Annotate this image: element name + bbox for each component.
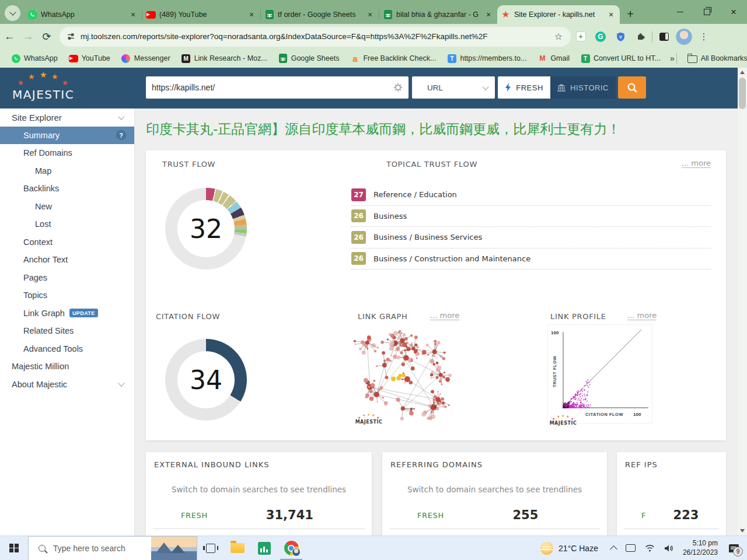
restore-button[interactable] <box>693 0 720 24</box>
help-icon[interactable]: ? <box>116 130 126 140</box>
majestic-logo[interactable]: ★ ★ ★ ★ ★ MAJESTIC <box>8 72 78 102</box>
sidebar-item-link-graph[interactable]: Link GraphUPDATE <box>0 304 134 323</box>
index-type-select[interactable]: URL <box>412 76 495 99</box>
tab-whatsapp[interactable]: WhatsApp × <box>24 5 142 24</box>
search-highlight-image[interactable] <box>151 537 197 560</box>
link-profile-scatter-plot[interactable]: 100 TRUST FLOW CITATION FLOW 100 <box>547 324 652 424</box>
sidebar-item-related-sites[interactable]: Related Sites <box>0 322 134 340</box>
wifi-icon[interactable] <box>645 544 655 552</box>
sidebar-item-map[interactable]: Map <box>0 162 134 180</box>
sidebar-item-new[interactable]: New <box>0 198 134 216</box>
tab-search-button[interactable] <box>5 5 20 21</box>
zenmate-shield-icon[interactable]: V <box>610 27 630 47</box>
close-icon[interactable]: × <box>483 9 494 20</box>
extensions-puzzle-icon[interactable] <box>630 27 650 47</box>
close-icon[interactable]: × <box>128 9 138 20</box>
minimize-button[interactable] <box>666 0 693 24</box>
topical-more-link[interactable]: ... more <box>682 159 711 168</box>
search-submit-button[interactable] <box>618 76 646 99</box>
topical-row[interactable]: 26 Business / Construction and Maintenan… <box>351 249 711 270</box>
historic-index-button[interactable]: HISTORIC <box>550 76 616 99</box>
bookmark-free-backlink[interactable]: aFree Backlink Check... <box>350 54 436 63</box>
sidebar-item-lost[interactable]: Lost <box>0 215 134 233</box>
sidebar-item-ref-domains[interactable]: Ref Domains <box>0 144 134 162</box>
bookmark-gmail[interactable]: MGmail <box>537 54 570 63</box>
bookmark-star-icon[interactable]: ☆ <box>554 31 563 42</box>
bookmark-youtube[interactable]: YouTube <box>69 54 110 63</box>
topical-trust-flow-label: TOPICAL TRUST FLOW <box>386 160 477 169</box>
close-window-button[interactable]: × <box>720 0 747 24</box>
side-panel-icon[interactable] <box>654 27 674 47</box>
display-tray-icon[interactable] <box>626 544 636 552</box>
sidebar-item-topics[interactable]: Topics <box>0 286 134 304</box>
page-title[interactable]: 印度卡其丸-正品官網】源自印度草本威而鋼，比威而鋼更威，比犀利士更有力！ <box>146 120 729 138</box>
task-view-button[interactable] <box>197 536 224 560</box>
sidebar-item-majestic-million[interactable]: Majestic Million <box>0 358 134 376</box>
bookmark-google-sheets[interactable]: Google Sheets <box>278 54 340 63</box>
fresh-index-button[interactable]: FRESH <box>498 76 550 99</box>
topical-row[interactable]: 27 Reference / Education <box>351 184 711 206</box>
tab-sheets-tforder[interactable]: tf order - Google Sheets × <box>261 5 379 24</box>
spreadsheet-app-button[interactable] <box>251 536 278 560</box>
close-icon[interactable]: × <box>365 9 375 20</box>
bookmark-convert-url[interactable]: TConvert URL to HT... <box>581 54 661 63</box>
sidebar-item-label: About Majestic <box>12 380 67 389</box>
scrollbar-thumb[interactable] <box>739 78 746 109</box>
link-graph-visualization[interactable] <box>351 323 453 425</box>
sidebar-item-backlinks[interactable]: Backlinks <box>0 180 134 198</box>
gear-icon[interactable] <box>393 83 403 92</box>
bookmark-link-research[interactable]: MLink Research - Moz... <box>181 54 267 63</box>
topical-row[interactable]: 26 Business <box>351 206 711 228</box>
svg-text:★: ★ <box>51 72 58 81</box>
notification-center-button[interactable]: 9 <box>724 536 743 560</box>
tab-title: (489) YouTube <box>159 10 243 19</box>
close-icon[interactable]: × <box>606 9 616 20</box>
grammarly-icon[interactable]: G <box>591 27 610 47</box>
sidebar-item-advanced-tools[interactable]: Advanced Tools <box>0 340 134 358</box>
task-view-icon <box>206 544 215 553</box>
tab-sheets-bilal[interactable]: bilal bhia & ghazanfar - G × <box>379 5 497 24</box>
sidebar-item-summary[interactable]: Summary? <box>0 127 134 145</box>
bookmark-members[interactable]: Thttps://members.to... <box>447 54 526 63</box>
file-explorer-button[interactable] <box>224 536 251 560</box>
start-button[interactable] <box>0 536 28 560</box>
sidebar-item-context[interactable]: Context <box>0 233 134 251</box>
show-hidden-icons-button[interactable] <box>611 545 616 552</box>
address-bar[interactable]: mj.toolszen.com/reports/site-explorer?oq… <box>60 27 571 47</box>
scroll-down-arrow-icon[interactable] <box>740 529 745 533</box>
majestic-stars-icon: ★★★★★ <box>551 414 575 421</box>
sidebar-item-anchor-text[interactable]: Anchor Text <box>0 251 134 269</box>
forward-button[interactable]: → <box>19 27 37 46</box>
taskbar-clock[interactable]: 5:10 pm 26/12/2023 <box>683 539 718 557</box>
bookmarks-overflow-chevron[interactable]: » <box>670 54 675 63</box>
tab-youtube[interactable]: (489) YouTube × <box>142 5 260 24</box>
profile-avatar[interactable] <box>674 27 694 47</box>
extension-doc-plus-icon[interactable]: + <box>571 27 591 47</box>
majestic-search-input[interactable]: https://kapills.net/ <box>146 76 409 99</box>
taskbar-search-box[interactable]: Type here to search <box>28 536 197 560</box>
bookmark-whatsapp[interactable]: WhatsApp <box>11 54 58 63</box>
all-bookmarks-button[interactable]: All Bookmarks <box>687 54 747 63</box>
page-scrollbar[interactable] <box>738 68 747 536</box>
link-profile-more-link[interactable]: ... more <box>627 311 657 320</box>
scroll-up-arrow-icon[interactable] <box>740 71 745 74</box>
weather-text[interactable]: 21°C Haze <box>558 544 598 553</box>
topical-row[interactable]: 26 Business / Business Services <box>351 227 711 249</box>
bank-icon <box>557 84 566 92</box>
weather-icon[interactable] <box>540 542 553 555</box>
sidebar-item-site-explorer[interactable]: Site Explorer <box>0 108 134 127</box>
site-info-icon[interactable] <box>67 32 75 41</box>
reload-button[interactable]: ⟳ <box>37 27 56 46</box>
sidebar-item-about-majestic[interactable]: About Majestic <box>0 376 134 394</box>
tab-site-explorer-active[interactable]: ★ Site Explorer - kapills.net × <box>497 5 620 24</box>
chrome-button[interactable] <box>278 536 305 560</box>
link-graph-more-link[interactable]: ... more <box>430 311 459 320</box>
google-sheets-icon <box>278 54 288 63</box>
new-tab-button[interactable]: + <box>627 7 634 21</box>
volume-icon[interactable] <box>664 544 673 552</box>
back-button[interactable]: ← <box>0 27 19 46</box>
bookmark-messenger[interactable]: Messenger <box>121 54 170 63</box>
close-icon[interactable]: × <box>246 9 257 20</box>
sidebar-item-pages[interactable]: Pages <box>0 269 134 287</box>
browser-menu-kebab-icon[interactable]: ⋮ <box>694 27 714 47</box>
